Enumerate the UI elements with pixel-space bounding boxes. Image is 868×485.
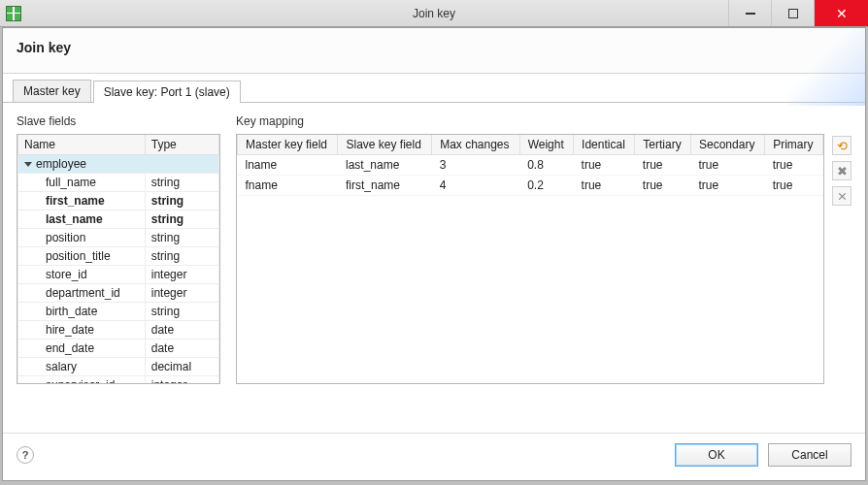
tree-item-name: position_title (18, 247, 146, 266)
slave-fields-scroll[interactable]: Name Type employee full_namestringfirst_… (17, 135, 219, 383)
tree-item-type: integer (145, 266, 218, 284)
key-mapping-title: Key mapping (236, 114, 851, 128)
mapping-cell-tertiary: true (635, 155, 691, 176)
window-minimize-button[interactable] (728, 0, 771, 26)
tree-item-type: string (145, 229, 218, 247)
tree-item-name: position (18, 229, 146, 247)
mapping-cell-slave: first_name (338, 176, 432, 196)
tree-item[interactable]: position_titlestring (18, 247, 219, 266)
km-col-max-changes[interactable]: Max changes (432, 135, 520, 155)
tree-item-type: integer (145, 376, 218, 384)
mapping-cell-identical: true (574, 176, 635, 196)
slave-fields-panel: Slave fields Name Type emplo (17, 114, 220, 396)
tree-item-name: department_id (18, 284, 146, 303)
tree-item-type: date (145, 340, 218, 358)
remove-all-mappings-button[interactable]: ⨯ (832, 186, 851, 206)
mapping-cell-master: fname (238, 176, 338, 196)
slave-col-name[interactable]: Name (18, 135, 146, 155)
tree-item-type: date (145, 321, 218, 340)
tree-item[interactable]: birth_datestring (18, 303, 219, 321)
tree-item[interactable]: hire_datedate (18, 321, 219, 340)
tree-item-name: last_name (18, 210, 146, 229)
tree-item[interactable]: first_namestring (18, 192, 219, 210)
auto-map-button[interactable]: ⟲ (832, 136, 851, 155)
mapping-row[interactable]: lnamelast_name30.8truetruetruetrue (238, 155, 823, 176)
tree-item-type: decimal (145, 358, 218, 376)
km-col-master[interactable]: Master key field (238, 135, 338, 155)
tree-item-name: salary (18, 358, 146, 376)
mapping-cell-identical: true (574, 155, 635, 176)
key-mapping-grid-box: Master key field Slave key field Max cha… (236, 134, 824, 384)
mapping-row[interactable]: fnamefirst_name40.2truetruetruetrue (238, 176, 823, 196)
tree-item-name: store_id (18, 266, 146, 284)
slave-fields-tree: Name Type employee full_namestringfirst_… (17, 135, 219, 383)
cancel-button[interactable]: Cancel (768, 443, 851, 467)
km-col-secondary[interactable]: Secondary (691, 135, 765, 155)
mapping-cell-primary: true (765, 155, 823, 176)
mapping-cell-primary: true (765, 176, 823, 196)
mapping-cell-slave: last_name (338, 155, 432, 176)
tree-item-type: string (145, 174, 218, 192)
tree-item-type: string (145, 303, 218, 321)
mapping-cell-weight: 0.2 (519, 176, 573, 196)
tab-slave-key[interactable]: Slave key: Port 1 (slave) (93, 81, 241, 103)
ok-button[interactable]: OK (675, 443, 758, 467)
mapping-cell-weight: 0.8 (519, 155, 573, 176)
dialog-header: Join key (3, 28, 865, 74)
dialog-client: Join key Master key Slave key: Port 1 (s… (2, 27, 866, 481)
key-mapping-grid: Master key field Slave key field Max cha… (237, 135, 823, 196)
help-button[interactable]: ? (17, 446, 34, 464)
tree-item-name: birth_date (18, 303, 146, 321)
remove-mapping-button[interactable]: ✖ (832, 161, 851, 180)
km-col-weight[interactable]: Weight (519, 135, 573, 155)
expand-icon[interactable] (24, 162, 32, 167)
tree-item[interactable]: positionstring (18, 229, 219, 247)
slave-col-type[interactable]: Type (145, 135, 218, 155)
window-close-button[interactable]: ✕ (814, 0, 868, 26)
km-col-slave[interactable]: Slave key field (338, 135, 432, 155)
mapping-cell-master: lname (238, 155, 338, 176)
mapping-cell-max_changes: 4 (432, 176, 520, 196)
tree-item[interactable]: department_idinteger (18, 284, 219, 303)
tree-item-name: hire_date (18, 321, 146, 340)
tree-item-name: end_date (18, 340, 146, 358)
km-col-primary[interactable]: Primary (765, 135, 823, 155)
tab-strip: Master key Slave key: Port 1 (slave) (3, 74, 865, 103)
tree-item[interactable]: store_idinteger (18, 266, 219, 284)
tree-item-name: supervisor_id (18, 376, 146, 384)
tree-item-type: integer (145, 284, 218, 303)
tree-root-employee[interactable]: employee (18, 155, 219, 174)
km-col-identical[interactable]: Identical (574, 135, 635, 155)
mapping-cell-secondary: true (691, 176, 765, 196)
tree-item[interactable]: last_namestring (18, 210, 219, 229)
tree-item[interactable]: salarydecimal (18, 358, 219, 376)
tree-item-type: string (145, 192, 218, 210)
km-col-tertiary[interactable]: Tertiary (635, 135, 691, 155)
mapping-cell-max_changes: 3 (432, 155, 520, 176)
app-icon (6, 6, 21, 21)
tree-item[interactable]: supervisor_idinteger (18, 376, 219, 384)
key-mapping-tools: ⟲ ✖ ⨯ (832, 134, 851, 384)
tree-item-name: full_name (18, 174, 146, 192)
tree-item[interactable]: end_datedate (18, 340, 219, 358)
window-titlebar: Join key ✕ (0, 0, 868, 27)
key-mapping-panel: Key mapping Master key field Slave key f… (236, 114, 851, 396)
tree-item-type: string (145, 247, 218, 266)
window-maximize-button[interactable] (771, 0, 814, 26)
tree-root-label: employee (36, 157, 86, 171)
tab-master-key[interactable]: Master key (13, 80, 91, 102)
dialog-footer: ? OK Cancel (3, 433, 865, 480)
tree-item[interactable]: full_namestring (18, 174, 219, 192)
dialog-title: Join key (17, 40, 71, 55)
mapping-cell-tertiary: true (635, 176, 691, 196)
mapping-cell-secondary: true (691, 155, 765, 176)
tree-item-name: first_name (18, 192, 146, 210)
tree-item-type: string (145, 210, 218, 229)
slave-fields-title: Slave fields (17, 114, 220, 128)
